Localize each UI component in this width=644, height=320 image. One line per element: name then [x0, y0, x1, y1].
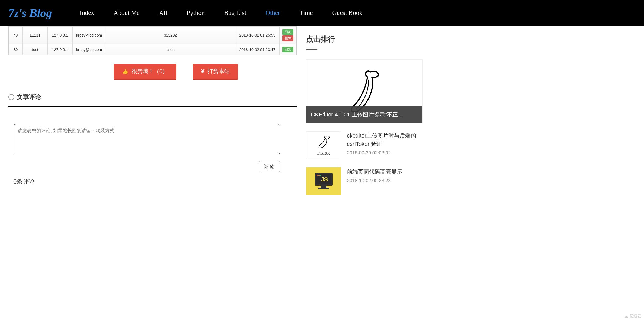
nav-about[interactable]: About Me	[114, 9, 140, 17]
cell-content: dsds	[106, 44, 235, 55]
cell-name: 11111	[23, 27, 48, 44]
comment-section: 文章评论 评 论 0条评论	[8, 93, 297, 186]
nav-index[interactable]: Index	[80, 9, 94, 17]
monitor-icon: JS	[313, 172, 335, 191]
featured-caption: CKEditor 4.10.1 上传图片提示"不正...	[306, 106, 422, 123]
nav-time[interactable]: Time	[300, 9, 313, 17]
comment-section-title: 文章评论	[8, 93, 297, 107]
cell-id: 39	[9, 44, 23, 55]
post-thumbnail: Flask	[306, 131, 341, 159]
site-logo[interactable]: 7z's Blog	[8, 6, 52, 20]
cell-time: 2018-10-02 01:23:47	[235, 44, 280, 55]
comment-title-text: 文章评论	[17, 93, 41, 101]
yen-icon	[201, 68, 204, 75]
speech-bubble-icon	[8, 94, 14, 100]
sidebar: 点击排行 CKEditor 4.10.1 上传图片提示"不正... Fl	[306, 26, 423, 212]
submit-comment-button[interactable]: 评 论	[259, 161, 280, 172]
nav-all[interactable]: All	[159, 9, 167, 17]
ranking-section: 点击排行 CKEditor 4.10.1 上传图片提示"不正... Fl	[306, 26, 423, 212]
post-info: ckeditor上传图片时与后端的csrfToken验证 2018-09-30 …	[347, 131, 423, 159]
list-item[interactable]: JS 前端页面代码高亮显示 2018-10-02 00:23:28	[306, 167, 423, 195]
nav-python[interactable]: Python	[186, 9, 205, 17]
post-title: 前端页面代码高亮显示	[347, 167, 423, 176]
comment-input[interactable]	[14, 124, 280, 154]
table-row: 40 11111 127.0.0.1 krosy@qq.com 323232 2…	[9, 27, 296, 44]
reply-button[interactable]: 回复	[282, 47, 293, 52]
delete-button[interactable]: 删除	[282, 35, 293, 41]
nav-guestbook[interactable]: Guest Book	[332, 9, 362, 17]
cell-email: krosy@qq.com	[73, 44, 106, 55]
post-info: 前端页面代码高亮显示 2018-10-02 00:23:28	[347, 167, 423, 195]
post-date: 2018-09-30 02:08:32	[347, 150, 423, 156]
table-row: 39 test 127.0.0.1 krosy@qq.com dsds 2018…	[9, 44, 296, 55]
post-date: 2018-10-02 00:23:28	[347, 178, 423, 184]
svg-rect-3	[321, 186, 326, 188]
main-content: 40 11111 127.0.0.1 krosy@qq.com 323232 2…	[8, 26, 297, 212]
main-nav: Index About Me All Python Bug List Other…	[80, 9, 362, 17]
svg-point-6	[318, 175, 320, 176]
cell-id: 40	[9, 27, 23, 44]
svg-rect-4	[318, 188, 329, 189]
reply-button[interactable]: 回复	[282, 29, 293, 35]
svg-point-5	[317, 175, 318, 176]
nav-other[interactable]: Other	[265, 9, 280, 17]
cell-ip: 127.0.0.1	[48, 44, 73, 55]
cell-actions: 回复	[280, 44, 296, 55]
cell-email: krosy@qq.com	[73, 27, 106, 44]
data-table: 40 11111 127.0.0.1 krosy@qq.com 323232 2…	[8, 26, 297, 55]
like-button[interactable]: 很赞哦！（0）	[114, 64, 176, 79]
cell-time: 2018-10-02 01:25:55	[235, 27, 280, 44]
like-label: 很赞哦！（0）	[132, 68, 168, 75]
svg-text:JS: JS	[321, 176, 328, 182]
cell-ip: 127.0.0.1	[48, 27, 73, 44]
featured-post[interactable]: CKEditor 4.10.1 上传图片提示"不正...	[306, 59, 423, 123]
cell-name: test	[23, 44, 48, 55]
header: 7z's Blog Index About Me All Python Bug …	[0, 0, 644, 26]
cell-actions: 回复 删除	[280, 27, 296, 44]
flask-logo-icon	[314, 134, 333, 148]
flask-label: Flask	[314, 149, 333, 156]
action-buttons: 很赞哦！（0） 打赏本站	[8, 64, 297, 79]
svg-point-7	[320, 175, 321, 176]
nav-buglist[interactable]: Bug List	[224, 9, 246, 17]
list-item[interactable]: Flask ckeditor上传图片时与后端的csrfToken验证 2018-…	[306, 131, 423, 159]
post-thumbnail: JS	[306, 167, 341, 195]
donate-button[interactable]: 打赏本站	[193, 64, 238, 79]
comment-count: 0条评论	[13, 177, 292, 186]
donate-label: 打赏本站	[208, 68, 230, 75]
post-list: Flask ckeditor上传图片时与后端的csrfToken验证 2018-…	[306, 131, 423, 195]
post-title: ckeditor上传图片时与后端的csrfToken验证	[347, 131, 423, 148]
ranking-title: 点击排行	[306, 34, 423, 50]
cell-content: 323232	[106, 27, 235, 44]
thumb-up-icon	[122, 68, 128, 75]
